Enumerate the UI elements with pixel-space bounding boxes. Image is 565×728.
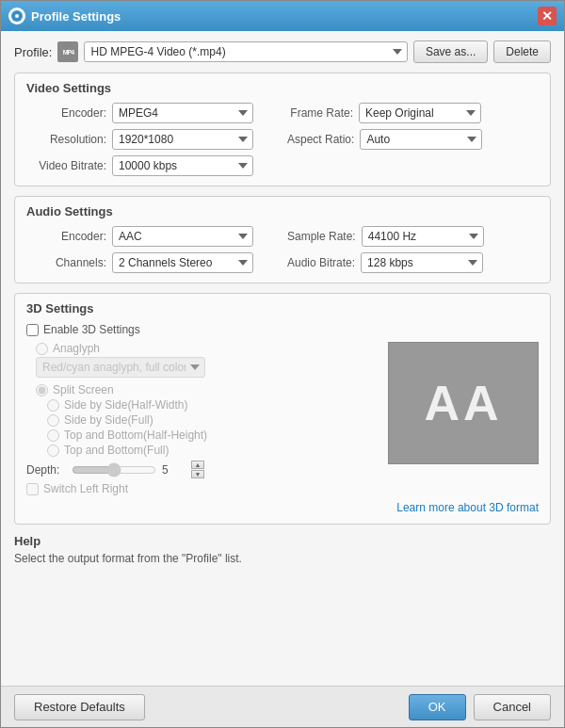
anaglyph-radio[interactable] [36, 343, 48, 355]
depth-row: Depth: 5 ▲ ▼ [26, 461, 379, 478]
window-title: Profile Settings [31, 9, 538, 24]
encoder-row: Encoder: MPEG4 [26, 103, 278, 123]
anaglyph-select-row: Red/cyan anaglyph, full color [36, 357, 379, 378]
content-area: Profile: MP4 HD MPEG-4 Video (*.mp4) Sav… [1, 31, 564, 686]
video-bitrate-label: Video Bitrate: [26, 159, 106, 172]
save-as-button[interactable]: Save as... [413, 40, 488, 63]
sample-rate-select[interactable]: 44100 Hz [362, 226, 484, 247]
channels-label: Channels: [26, 256, 106, 269]
switch-left-right-label: Switch Left Right [43, 482, 128, 495]
depth-slider[interactable] [72, 462, 156, 477]
top-bottom-full-label[interactable]: Top and Bottom(Full) [64, 444, 169, 457]
depth-spinner: ▲ ▼ [191, 461, 204, 478]
help-text: Select the output format from the "Profi… [14, 552, 551, 565]
top-bottom-full-row: Top and Bottom(Full) [47, 444, 379, 457]
resolution-row: Resolution: 1920*1080 [26, 129, 278, 150]
audio-settings-section: Audio Settings Encoder: AAC Sample Rate:… [14, 196, 551, 283]
profile-select[interactable]: HD MPEG-4 Video (*.mp4) [84, 41, 407, 62]
3d-main-layout: Anaglyph Red/cyan anaglyph, full color S… [26, 342, 539, 495]
app-icon [8, 8, 25, 24]
split-screen-row: Split Screen [36, 383, 379, 396]
side-by-side-half-label[interactable]: Side by Side(Half-Width) [64, 398, 187, 412]
encoder-label: Encoder: [26, 106, 106, 120]
side-by-side-full-row: Side by Side(Full) [47, 413, 379, 427]
audio-bitrate-select[interactable]: 128 kbps [361, 252, 483, 273]
video-settings-section: Video Settings Encoder: MPEG4 Frame Rate… [14, 73, 551, 186]
audio-encoder-label: Encoder: [26, 230, 106, 243]
side-by-side-half-row: Side by Side(Half-Width) [47, 398, 379, 412]
profile-icon: MP4 [57, 41, 78, 62]
top-bottom-half-radio[interactable] [47, 429, 59, 442]
switch-left-right-checkbox[interactable] [26, 483, 39, 495]
top-bottom-half-label[interactable]: Top and Bottom(Half-Height) [64, 429, 207, 442]
footer-right: OK Cancel [409, 694, 551, 720]
frame-rate-label: Frame Rate: [287, 106, 353, 120]
resolution-label: Resolution: [26, 133, 106, 146]
title-bar: Profile Settings ✕ [1, 1, 564, 31]
footer: Restore Defaults OK Cancel [1, 686, 564, 727]
help-title: Help [14, 534, 551, 548]
depth-label: Depth: [26, 463, 66, 477]
video-bitrate-select[interactable]: 10000 kbps [112, 155, 253, 176]
side-by-side-full-radio[interactable] [47, 414, 59, 427]
aspect-ratio-select[interactable]: Auto [360, 129, 482, 150]
depth-up-button[interactable]: ▲ [191, 461, 204, 469]
delete-button[interactable]: Delete [493, 40, 551, 63]
audio-bitrate-row: Audio Bitrate: 128 kbps [287, 252, 539, 273]
audio-encoder-row: Encoder: AAC [26, 226, 278, 247]
enable-3d-checkbox[interactable] [26, 324, 39, 336]
enable-3d-row: Enable 3D Settings [26, 323, 539, 336]
aspect-ratio-label: Aspect Ratio: [287, 133, 354, 146]
audio-encoder-select[interactable]: AAC [112, 226, 253, 247]
video-bitrate-row: Video Bitrate: 10000 kbps [26, 155, 278, 176]
aspect-ratio-row: Aspect Ratio: Auto [287, 129, 539, 150]
depth-value: 5 [162, 463, 186, 477]
profile-settings-window: Profile Settings ✕ Profile: MP4 HD MPEG-… [0, 0, 565, 728]
top-bottom-half-row: Top and Bottom(Half-Height) [47, 429, 379, 442]
3d-settings-title: 3D Settings [26, 301, 539, 315]
empty-cell [287, 155, 539, 176]
frame-rate-row: Frame Rate: Keep Original [287, 103, 539, 123]
ok-button[interactable]: OK [409, 694, 466, 720]
preview-text: AA [424, 375, 502, 431]
top-bottom-full-radio[interactable] [47, 445, 59, 457]
profile-row: Profile: MP4 HD MPEG-4 Video (*.mp4) Sav… [14, 40, 551, 63]
channels-select[interactable]: 2 Channels Stereo [112, 252, 253, 273]
video-settings-grid: Encoder: MPEG4 Frame Rate: Keep Original… [26, 103, 539, 176]
3d-preview: AA [388, 342, 539, 464]
enable-3d-label[interactable]: Enable 3D Settings [43, 323, 140, 336]
resolution-select[interactable]: 1920*1080 [112, 129, 253, 150]
depth-down-button[interactable]: ▼ [191, 470, 204, 478]
side-by-side-half-radio[interactable] [47, 399, 59, 412]
spacer [14, 571, 551, 676]
help-section: Help Select the output format from the "… [14, 534, 551, 565]
anaglyph-row: Anaglyph [36, 342, 379, 355]
profile-label: Profile: [14, 45, 52, 59]
footer-left: Restore Defaults [14, 694, 409, 720]
side-by-side-full-label[interactable]: Side by Side(Full) [64, 413, 153, 427]
learn-more-row: Learn more about 3D format [26, 501, 539, 514]
frame-rate-select[interactable]: Keep Original [359, 103, 481, 123]
close-button[interactable]: ✕ [538, 7, 557, 25]
split-screen-radio[interactable] [36, 384, 48, 396]
switch-left-right-row: Switch Left Right [26, 482, 379, 495]
anaglyph-label[interactable]: Anaglyph [53, 342, 100, 355]
sample-rate-label: Sample Rate: [287, 230, 356, 243]
learn-more-link[interactable]: Learn more about 3D format [396, 501, 539, 514]
3d-controls: Anaglyph Red/cyan anaglyph, full color S… [26, 342, 379, 495]
encoder-select[interactable]: MPEG4 [112, 103, 253, 123]
3d-settings-section: 3D Settings Enable 3D Settings Anaglyph [14, 293, 551, 525]
cancel-button[interactable]: Cancel [474, 694, 551, 720]
audio-bitrate-label: Audio Bitrate: [287, 256, 355, 269]
sample-rate-row: Sample Rate: 44100 Hz [287, 226, 539, 247]
video-settings-title: Video Settings [26, 81, 539, 95]
channels-row: Channels: 2 Channels Stereo [26, 252, 278, 273]
audio-settings-title: Audio Settings [26, 204, 539, 218]
anaglyph-type-select[interactable]: Red/cyan anaglyph, full color [36, 357, 205, 378]
split-screen-label[interactable]: Split Screen [53, 383, 114, 396]
svg-point-1 [15, 14, 19, 18]
audio-settings-grid: Encoder: AAC Sample Rate: 44100 Hz Chann… [26, 226, 539, 273]
restore-defaults-button[interactable]: Restore Defaults [14, 694, 145, 720]
split-sub-radios: Side by Side(Half-Width) Side by Side(Fu… [47, 398, 379, 457]
